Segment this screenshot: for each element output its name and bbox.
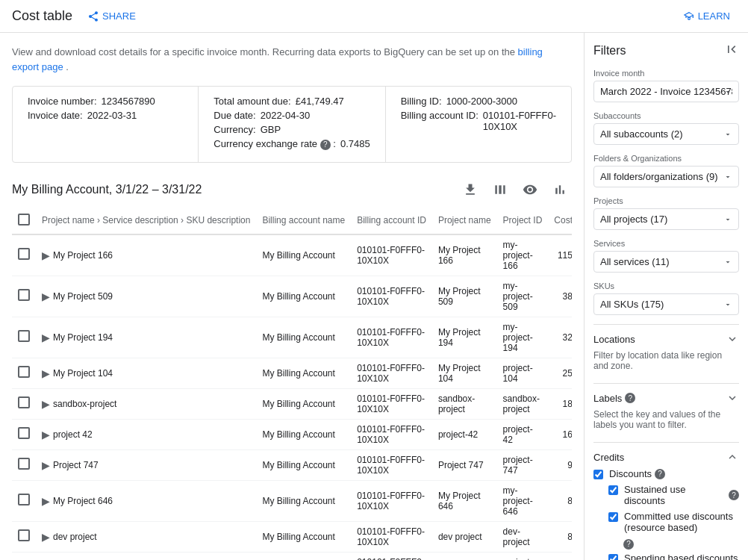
skus-select[interactable]: All SKUs (175)	[593, 293, 739, 315]
folders-filter: Folders & Organizations All folders/orga…	[593, 154, 739, 187]
sustained-checkbox[interactable]	[608, 485, 618, 495]
labels-header[interactable]: Labels ?	[593, 391, 739, 405]
row-cost: 11587.73	[548, 234, 572, 276]
col-cost[interactable]: Cost (£) ↓	[548, 208, 572, 234]
skus-filter: SKUs All SKUs (175)	[593, 281, 739, 315]
discounts-nested: Sustained use discounts ? Committed use …	[608, 484, 739, 560]
projects-select[interactable]: All projects (17)	[593, 208, 739, 230]
row-project: My Project 509	[432, 276, 497, 317]
sustained-help-icon[interactable]: ?	[729, 490, 739, 500]
top-bar-left: Cost table SHARE	[12, 7, 142, 25]
due-date-value: 2022-04-30	[261, 110, 311, 121]
share-button[interactable]: SHARE	[81, 7, 142, 25]
view-button[interactable]	[518, 178, 542, 202]
expand-icon[interactable]: ▶	[42, 249, 50, 261]
row-checkbox-cell	[12, 317, 36, 358]
columns-button[interactable]	[488, 178, 512, 202]
row-checkbox[interactable]	[18, 396, 30, 408]
table-body: ▶ My Project 166 My Billing Account 0101…	[12, 234, 572, 561]
credits-header[interactable]: Credits	[593, 450, 739, 464]
row-checkbox[interactable]	[18, 427, 30, 439]
row-project-id: my-project-509	[497, 276, 549, 317]
locations-section: Locations Filter by location data like r…	[593, 324, 739, 383]
labels-help-icon[interactable]: ?	[625, 393, 635, 403]
discounts-checkbox[interactable]	[593, 470, 603, 479]
locations-header[interactable]: Locations	[593, 332, 739, 346]
col-billing-id[interactable]: Billing account ID	[351, 208, 432, 234]
row-project-name: ▶ sandbox-project	[36, 388, 256, 419]
subaccounts-select[interactable]: All subaccounts (2)	[593, 123, 739, 145]
committed-checkbox[interactable]	[608, 512, 618, 522]
billing-id-row: Billing ID: 1000-2000-3000	[401, 96, 556, 107]
row-cost: 890.06	[548, 480, 572, 521]
row-cost: 1838.12	[548, 388, 572, 419]
invoice-date-value: 2022-03-31	[87, 110, 137, 121]
row-checkbox[interactable]	[18, 248, 30, 260]
row-checkbox-cell	[12, 234, 36, 276]
row-checkbox[interactable]	[18, 494, 30, 505]
row-billing-account: My Billing Account	[256, 358, 351, 388]
description: View and download cost details for a spe…	[12, 45, 572, 74]
discounts-help-icon[interactable]: ?	[655, 469, 665, 479]
expand-icon[interactable]: ▶	[42, 332, 50, 343]
discounts-label[interactable]: Discounts ?	[609, 468, 665, 479]
row-project-name: ▶ My Project 104	[36, 358, 256, 388]
row-project-id: project-104	[497, 358, 549, 388]
row-checkbox[interactable]	[18, 330, 30, 342]
locations-collapse-icon	[726, 332, 739, 346]
due-date-row: Due date: 2022-04-30	[214, 110, 370, 121]
exchange-rate-label: Currency exchange rate ? :	[214, 138, 336, 150]
invoice-info: Invoice number: 1234567890 Invoice date:…	[12, 86, 572, 163]
col-project-name[interactable]: Project name › Service description › SKU…	[36, 208, 256, 234]
expand-icon[interactable]: ▶	[42, 531, 50, 543]
row-billing-id: 010101-F0FFF0-10X10X	[351, 317, 432, 358]
select-all-checkbox[interactable]	[18, 214, 30, 225]
invoice-month-select[interactable]: March 2022 - Invoice 1234567890	[593, 81, 739, 102]
spending-label[interactable]: Spending based discounts (contractual)	[624, 553, 739, 561]
expand-icon[interactable]: ▶	[42, 429, 50, 441]
row-cost: 2547.98	[548, 358, 572, 388]
expand-icon[interactable]: ▶	[42, 398, 50, 410]
expand-icon[interactable]: ▶	[42, 290, 50, 302]
row-billing-account: My Billing Account	[256, 419, 351, 449]
folders-select[interactable]: All folders/organizations (9)	[593, 166, 739, 187]
table-row: ▶ project 42 My Billing Account 010101-F…	[12, 419, 572, 449]
row-project: Project 10	[432, 552, 497, 560]
row-checkbox-cell	[12, 419, 36, 449]
chart-button[interactable]	[548, 178, 572, 202]
exchange-help-icon[interactable]: ?	[320, 140, 331, 150]
row-billing-id: 010101-F0FFF0-10X10X	[351, 388, 432, 419]
row-project: My Project 194	[432, 317, 497, 358]
col-billing-account[interactable]: Billing account name	[256, 208, 351, 234]
expand-icon[interactable]: ▶	[42, 459, 50, 471]
download-button[interactable]	[458, 178, 482, 202]
currency-row: Currency: GBP	[214, 124, 370, 135]
sustained-label[interactable]: Sustained use discounts ?	[624, 484, 739, 506]
collapse-filters-icon[interactable]	[724, 42, 739, 60]
services-select[interactable]: All services (11)	[593, 251, 739, 273]
invoice-month-filter: Invoice month March 2022 - Invoice 12345…	[593, 69, 739, 102]
row-project: My Project 646	[432, 480, 497, 521]
row-checkbox[interactable]	[18, 289, 30, 301]
table-row: ▶ sandbox-project My Billing Account 010…	[12, 388, 572, 419]
billing-account-row: Billing account ID: 010101-F0FFF0-10X10X	[401, 110, 556, 132]
table-header-bar: My Billing Account, 3/1/22 – 3/31/22	[12, 178, 572, 202]
expand-icon[interactable]: ▶	[42, 495, 50, 507]
learn-button[interactable]: LEARN	[677, 7, 736, 25]
row-checkbox[interactable]	[18, 529, 30, 541]
spending-checkbox[interactable]	[608, 554, 618, 561]
expand-icon[interactable]: ▶	[42, 367, 50, 379]
row-checkbox[interactable]	[18, 458, 30, 470]
table-row: ▶ My Project 194 My Billing Account 0101…	[12, 317, 572, 358]
row-checkbox-cell	[12, 358, 36, 388]
col-project-id[interactable]: Project ID	[497, 208, 549, 234]
row-checkbox[interactable]	[18, 366, 30, 378]
credits-section: Credits Discounts ? Sustained use discou…	[593, 442, 739, 560]
committed-help-icon[interactable]: ?	[623, 539, 634, 550]
committed-label[interactable]: Committed use discounts (resource based)	[624, 511, 739, 533]
col-project[interactable]: Project name	[432, 208, 497, 234]
total-amount-value: £41,749.47	[296, 96, 344, 107]
filters-panel: Filters Invoice month March 2022 - Invoi…	[584, 33, 748, 560]
table-row: ▶ Project 10 My Billing Account 010101-F…	[12, 552, 572, 560]
select-all-header	[12, 208, 36, 234]
